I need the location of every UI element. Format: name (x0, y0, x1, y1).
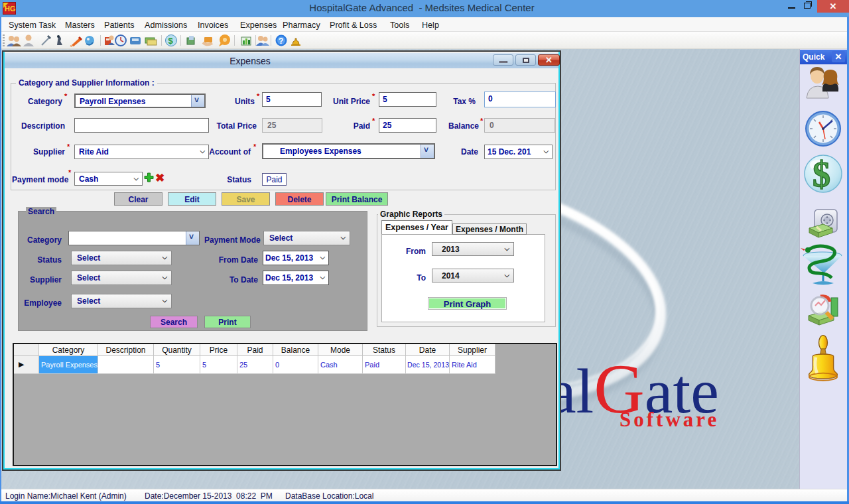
svg-text:$: $ (168, 36, 174, 46)
svg-text:$: $ (813, 155, 830, 194)
svg-text:?: ? (279, 36, 283, 46)
